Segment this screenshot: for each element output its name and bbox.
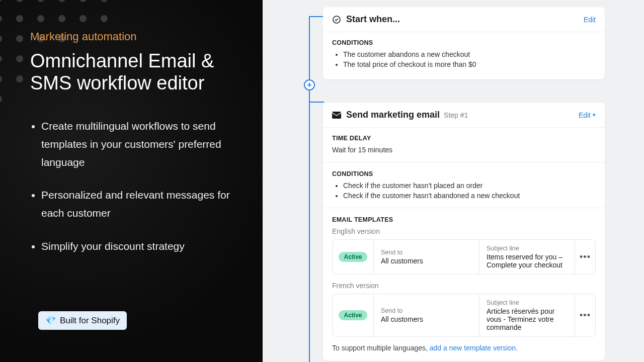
send-to-value: All customers xyxy=(381,315,472,323)
feature-bullet: Simplify your discount strategy xyxy=(41,237,243,255)
conditions-heading: CONDITIONS xyxy=(332,170,596,177)
condition-item: Check if the customer hasn't placed an o… xyxy=(343,182,596,190)
svg-rect-1 xyxy=(332,112,341,119)
template-version-label: English version xyxy=(332,227,596,235)
hero-title: Omnichannel Email & SMS workflow editor xyxy=(30,50,243,94)
time-delay-heading: TIME DELAY xyxy=(332,135,596,142)
edit-step-button[interactable]: Edit ▾ xyxy=(579,111,596,119)
eyebrow-label: Marketing automation xyxy=(30,30,243,43)
template-version-label: French version xyxy=(332,282,596,290)
start-card-title: Start when... xyxy=(346,14,400,25)
feature-bullets: Create multilingual workflows to send te… xyxy=(30,117,243,255)
status-badge: Active xyxy=(339,310,367,320)
send-to-label: Send to xyxy=(381,249,472,256)
feature-bullet: Personalized and relevant messages for e… xyxy=(41,186,243,222)
subject-value: Items reserved for you – Complete your c… xyxy=(487,253,568,269)
marketing-hero-panel: Marketing automation Omnichannel Email &… xyxy=(0,0,263,362)
hint-prefix: To support multiple languages, xyxy=(332,344,430,352)
time-delay-value: Wait for 15 minutes xyxy=(332,146,596,154)
email-templates-heading: EMAIL TEMPLATES xyxy=(332,216,596,223)
subject-label: Subject line xyxy=(487,245,568,252)
plus-icon: + xyxy=(307,81,311,89)
edit-start-button[interactable]: Edit xyxy=(584,16,596,24)
add-step-node[interactable]: + xyxy=(304,79,315,90)
diamond-icon: 💎 xyxy=(45,315,56,326)
check-circle-icon xyxy=(332,15,341,24)
email-icon xyxy=(332,111,341,120)
feature-bullet: Create multilingual workflows to send te… xyxy=(41,117,243,171)
start-conditions-list: The customer abandons a new checkout The… xyxy=(332,50,596,68)
workflow-editor-panel: + Start when... Edit CONDITIONS The cust… xyxy=(263,0,644,362)
template-row-menu[interactable]: ••• xyxy=(575,294,595,336)
condition-item: The total price of checkout is more than… xyxy=(343,60,596,68)
status-badge: Active xyxy=(339,252,367,262)
workflow-connector-line xyxy=(309,16,310,362)
condition-item: The customer abandons a new checkout xyxy=(343,50,596,58)
more-horizontal-icon: ••• xyxy=(580,252,591,262)
multi-language-hint: To support multiple languages, add a new… xyxy=(332,344,596,352)
send-to-label: Send to xyxy=(381,307,472,314)
conditions-heading: CONDITIONS xyxy=(332,39,596,46)
template-row-menu[interactable]: ••• xyxy=(575,240,595,274)
start-trigger-card: Start when... Edit CONDITIONS The custom… xyxy=(323,7,605,79)
step-number-tag: Step #1 xyxy=(444,111,468,119)
add-template-version-link[interactable]: add a new template version. xyxy=(430,344,518,352)
step-card-title: Send marketing email xyxy=(346,110,440,120)
subject-value: Articles réservés pour vous - Terminez v… xyxy=(487,307,568,331)
send-to-value: All customers xyxy=(381,257,472,265)
condition-item: Check if the customer hasn't abandoned a… xyxy=(343,192,596,200)
more-horizontal-icon: ••• xyxy=(580,310,591,321)
step-conditions-list: Check if the customer hasn't placed an o… xyxy=(332,182,596,200)
template-row-english[interactable]: Active Send to All customers Subject lin… xyxy=(332,239,596,275)
template-row-french[interactable]: Active Send to All customers Subject lin… xyxy=(332,294,596,337)
send-email-step-card: Send marketing email Step #1 Edit ▾ TIME… xyxy=(323,103,605,361)
subject-label: Subject line xyxy=(487,299,568,306)
chevron-down-icon: ▾ xyxy=(593,112,596,118)
edit-step-label: Edit xyxy=(579,111,591,119)
built-for-shopify-badge: 💎 Built for Shopify xyxy=(38,311,127,330)
badge-text: Built for Shopify xyxy=(60,316,120,326)
